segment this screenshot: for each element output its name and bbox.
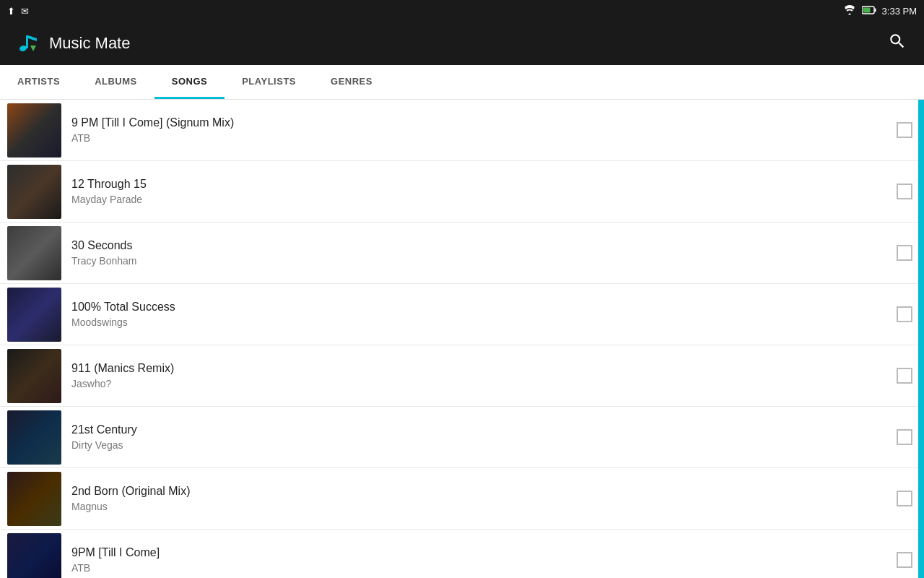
album-art [7,103,61,158]
tabs-bar: ARTISTS ALBUMS SONGS PLAYLISTS GENRES [0,65,924,100]
album-art [7,165,61,219]
list-item[interactable]: 30 Seconds Tracy Bonham [0,223,924,284]
song-info: 9 PM [Till I Come] (Signum Mix) ATB [71,116,897,144]
song-info: 911 (Manics Remix) Jaswho? [71,362,897,389]
scroll-indicator [918,100,924,578]
app-title-area: Music Mate [12,28,130,59]
song-artist: ATB [71,132,897,144]
tab-songs[interactable]: SONGS [154,65,225,99]
song-checkbox[interactable] [897,184,912,199]
song-info: 9PM [Till I Come] ATB [71,546,897,574]
album-art [7,349,61,403]
list-item[interactable]: 9PM [Till I Come] ATB [0,530,924,578]
song-info: 2nd Born (Original Mix) Magnus [71,485,897,512]
album-art [7,472,61,526]
song-info: 30 Seconds Tracy Bonham [71,239,897,267]
svg-rect-1 [874,8,876,12]
song-title: 21st Century [71,423,897,436]
status-left-icons: ⬆ ✉ [7,6,29,17]
song-info: 100% Total Success Moodswings [71,301,897,328]
song-artist: ATB [71,562,897,574]
status-right-area: 3:33 PM [843,5,917,17]
song-title: 100% Total Success [71,301,897,314]
list-item[interactable]: 12 Through 15 Mayday Parade [0,161,924,223]
album-art [7,288,61,342]
song-checkbox[interactable] [897,491,912,506]
song-title: 12 Through 15 [71,178,897,191]
tab-genres[interactable]: GENRES [313,65,390,99]
song-checkbox[interactable] [897,552,912,568]
list-item[interactable]: 100% Total Success Moodswings [0,284,924,345]
app-title: Music Mate [49,34,130,53]
tab-artists[interactable]: ARTISTS [0,65,77,99]
album-art [7,226,61,280]
song-info: 12 Through 15 Mayday Parade [71,178,897,205]
song-info: 21st Century Dirty Vegas [71,423,897,451]
song-checkbox[interactable] [897,368,912,384]
song-artist: Dirty Vegas [71,439,897,451]
svg-marker-6 [30,46,36,51]
song-checkbox[interactable] [897,306,912,322]
song-artist: Tracy Bonham [71,255,897,267]
app-logo [12,28,42,59]
song-checkbox[interactable] [897,245,912,261]
list-item[interactable]: 21st Century Dirty Vegas [0,407,924,468]
tab-albums[interactable]: ALBUMS [77,65,154,99]
song-artist: Mayday Parade [71,194,897,205]
search-button[interactable] [882,26,912,61]
song-checkbox[interactable] [897,122,912,138]
app-bar: Music Mate [0,22,924,65]
list-item[interactable]: 911 (Manics Remix) Jaswho? [0,345,924,407]
tab-playlists[interactable]: PLAYLISTS [225,65,313,99]
song-title: 2nd Born (Original Mix) [71,485,897,498]
status-bar: ⬆ ✉ 3:33 PM [0,0,924,22]
svg-rect-2 [863,7,870,12]
album-art [7,410,61,465]
svg-rect-5 [26,35,28,48]
list-item[interactable]: 2nd Born (Original Mix) Magnus [0,468,924,530]
song-checkbox[interactable] [897,429,912,445]
time-display: 3:33 PM [882,6,917,17]
usb-icon: ⬆ [7,6,15,17]
song-artist: Magnus [71,501,897,512]
song-artist: Jaswho? [71,378,897,389]
song-title: 9PM [Till I Come] [71,546,897,559]
song-artist: Moodswings [71,316,897,328]
wifi-icon [843,5,856,17]
song-title: 911 (Manics Remix) [71,362,897,375]
battery-icon [862,6,876,17]
song-list: 9 PM [Till I Come] (Signum Mix) ATB 12 T… [0,100,924,578]
list-item[interactable]: 9 PM [Till I Come] (Signum Mix) ATB [0,100,924,161]
album-art [7,533,61,579]
email-icon: ✉ [21,6,29,17]
song-title: 30 Seconds [71,239,897,252]
song-title: 9 PM [Till I Come] (Signum Mix) [71,116,897,129]
